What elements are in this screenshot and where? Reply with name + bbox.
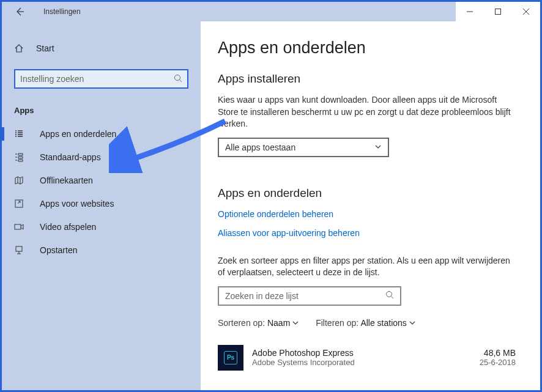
sort-value: Naam <box>267 318 290 328</box>
sidebar-home-label: Start <box>36 43 54 53</box>
filter-label: Filteren op: <box>316 318 358 328</box>
settings-search[interactable] <box>14 69 188 89</box>
svg-line-10 <box>392 296 394 298</box>
window-title: Instellingen <box>43 7 81 16</box>
sort-control[interactable]: Sorteren op: Naam <box>218 318 299 328</box>
app-date: 25-6-2018 <box>480 358 516 367</box>
back-button[interactable] <box>11 3 28 20</box>
sidebar-item-apps-features[interactable]: Apps en onderdelen <box>2 122 201 146</box>
install-body-text: Kies waar u apps van kunt downloaden. Do… <box>218 94 516 130</box>
app-size: 48,6 MB <box>480 348 516 358</box>
filter-value: Alle stations <box>360 318 406 328</box>
app-icon: Ps <box>218 345 243 371</box>
svg-point-4 <box>175 75 180 80</box>
install-section-heading: Apps installeren <box>218 72 516 86</box>
defaults-icon <box>14 152 29 162</box>
sidebar-item-startup[interactable]: Opstarten <box>2 239 201 262</box>
dropdown-value: Alle apps toestaan <box>225 142 295 152</box>
settings-search-input[interactable] <box>20 74 170 84</box>
apps-search[interactable] <box>218 286 401 306</box>
titlebar: Instellingen <box>2 2 540 21</box>
sort-filter-row: Sorteren op: Naam Filteren op: Alle stat… <box>218 318 516 328</box>
maximize-button[interactable] <box>484 2 512 21</box>
sidebar-item-label: Apps voor websites <box>40 199 114 209</box>
app-name: Adobe Photoshop Express <box>252 348 480 358</box>
svg-rect-7 <box>15 224 21 229</box>
sidebar-item-apps-websites[interactable]: Apps voor websites <box>2 192 201 215</box>
sidebar-section-title: Apps <box>2 106 201 122</box>
svg-rect-1 <box>496 9 501 15</box>
chevron-down-icon <box>292 320 299 326</box>
app-publisher: Adobe Systems Incorporated <box>252 358 480 367</box>
apps-section-heading: Apps en onderdelen <box>218 187 516 200</box>
svg-point-9 <box>387 291 392 297</box>
apps-body-text: Zoek en sorteer apps en filter apps per … <box>218 255 516 279</box>
app-list-item[interactable]: Ps Adobe Photoshop Express Adobe Systems… <box>218 345 516 371</box>
sidebar-item-label: Video afspelen <box>40 222 96 232</box>
sidebar-item-label: Opstarten <box>40 245 77 255</box>
close-button[interactable] <box>512 2 540 21</box>
sort-label: Sorteren op: <box>218 318 265 328</box>
main-content: Apps en onderdelen Apps installeren Kies… <box>201 21 540 390</box>
sidebar-item-label: Offlinekaarten <box>40 176 93 185</box>
window-controls <box>456 2 540 21</box>
search-icon <box>385 290 394 301</box>
chevron-down-icon <box>374 142 382 152</box>
map-icon <box>14 176 29 185</box>
page-title: Apps en onderdelen <box>218 39 516 57</box>
video-icon <box>14 222 29 232</box>
install-source-dropdown[interactable]: Alle apps toestaan <box>218 138 389 157</box>
minimize-button[interactable] <box>456 2 484 21</box>
svg-rect-8 <box>16 246 22 251</box>
search-icon <box>174 74 182 84</box>
sidebar-item-label: Apps en onderdelen <box>40 129 116 139</box>
list-icon <box>14 129 29 139</box>
filter-control[interactable]: Filteren op: Alle stations <box>316 318 415 328</box>
sidebar: Start Apps Apps en onderdelen Standaard-… <box>2 21 201 390</box>
sidebar-item-label: Standaard-apps <box>40 152 101 162</box>
sidebar-item-video-playback[interactable]: Video afspelen <box>2 215 201 239</box>
chevron-down-icon <box>409 320 415 326</box>
link-app-aliases[interactable]: Aliassen voor app-uitvoering beheren <box>218 228 360 238</box>
sidebar-home[interactable]: Start <box>2 39 201 58</box>
apps-search-input[interactable] <box>225 291 385 301</box>
open-icon <box>14 199 29 209</box>
link-optional-features[interactable]: Optionele onderdelen beheren <box>218 209 333 219</box>
sidebar-item-offline-maps[interactable]: Offlinekaarten <box>2 169 201 192</box>
home-icon <box>14 43 29 53</box>
startup-icon <box>14 245 29 255</box>
svg-line-5 <box>180 80 182 82</box>
sidebar-item-default-apps[interactable]: Standaard-apps <box>2 146 201 169</box>
